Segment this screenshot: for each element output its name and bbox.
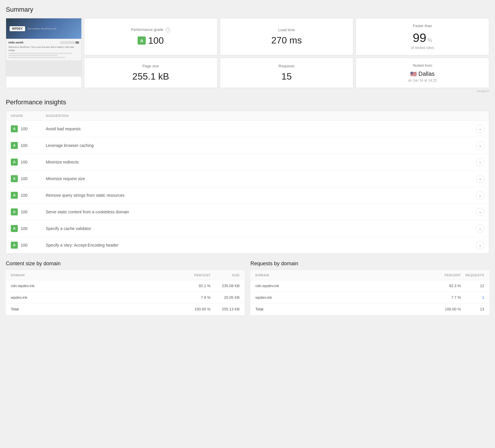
summary-grid: WPDEV Just another WordPress site Hello …	[6, 18, 489, 88]
tested-from-city: Dallas	[418, 71, 435, 77]
requests-row: Total 100.00 % 13	[251, 303, 489, 315]
insights-rows: A 100 Avoid bad requests ⌄ A 100 Leverag…	[6, 121, 489, 253]
expand-button[interactable]: ⌄	[476, 125, 484, 133]
expand-button[interactable]: ⌄	[476, 191, 484, 199]
faster-than-card: Faster than 99 % of tested sites	[356, 18, 489, 55]
requests-row: wpdev.ink 7.7 % 1	[251, 292, 489, 303]
content-domain-cell: wpdev.ink	[11, 295, 181, 300]
req-requests-cell: 12	[461, 284, 484, 288]
page-size-card: Page size 255.1 kB	[84, 58, 217, 88]
suggestion-column-header: SUGGESTION	[46, 114, 473, 117]
insight-score: 100	[21, 127, 27, 131]
expand-button[interactable]: ⌄	[476, 208, 484, 216]
content-percent-cell: 7.9 %	[181, 295, 210, 300]
req-requests-cell: 13	[461, 307, 484, 311]
insight-score: 100	[21, 226, 27, 231]
insights-title: Performance insights	[6, 99, 489, 106]
req-percent-cell: 100.00 %	[432, 307, 461, 311]
insight-suggestion: Minimize redirects	[46, 160, 473, 164]
insight-suggestion: Serve static content from a cookieless d…	[46, 210, 473, 214]
content-size-row: cdn.wpdev.ink 92.1 % 235.08 KB	[6, 280, 244, 292]
content-domain-cell: Total	[11, 307, 181, 311]
insight-grade-badge: A	[11, 225, 18, 232]
content-domain-cell: cdn.wpdev.ink	[11, 284, 181, 288]
content-size-table: DOMAIN PERCENT SIZE cdn.wpdev.ink 92.1 %…	[6, 270, 245, 315]
insight-row: A 100 Remove query strings from static r…	[6, 187, 489, 204]
faster-than-sub: of tested sites	[411, 45, 434, 50]
content-size-cell: 20.05 KB	[210, 295, 240, 300]
insight-row: A 100 Avoid bad requests ⌄	[6, 121, 489, 137]
insight-grade-col: A 100	[11, 159, 46, 166]
help-icon[interactable]: ?	[166, 28, 170, 32]
content-size-title: Content size by domain	[6, 261, 245, 267]
insight-score: 100	[21, 243, 27, 247]
req-domain-cell: wpdev.ink	[255, 295, 432, 300]
req-percent-header: PERCENT	[432, 273, 461, 277]
req-domain-cell: cdn.wpdev.ink	[255, 284, 432, 288]
requests-by-domain-table: DOMAIN PERCENT REQUESTS cdn.wpdev.ink 92…	[250, 270, 489, 315]
insight-row: A 100 Leverage browser caching ⌄	[6, 137, 489, 154]
insight-suggestion: Minimize request size	[46, 176, 473, 181]
insight-score: 100	[21, 176, 27, 181]
performance-grade-value: A 100	[138, 35, 164, 46]
insight-grade-badge: A	[11, 242, 18, 249]
req-requests-cell[interactable]: 1	[461, 295, 484, 300]
insight-row: A 100 Specify a cache validator ⌄	[6, 220, 489, 237]
insight-grade-badge: A	[11, 208, 18, 215]
content-size-cell: 235.08 KB	[210, 284, 240, 288]
performance-insights-section: Performance insights GRADE SUGGESTION A …	[6, 99, 489, 254]
faster-than-label: Faster than	[413, 24, 432, 28]
requests-label: Requests	[279, 64, 295, 68]
requests-by-domain-title: Requests by domain	[250, 261, 489, 267]
pingdom-credit: pingdom	[6, 89, 489, 93]
content-percent-header: PERCENT	[181, 273, 210, 277]
content-domain-header: DOMAIN	[11, 273, 181, 277]
insight-grade-col: A 100	[11, 192, 46, 199]
load-time-card: Load time 270 ms	[220, 18, 353, 55]
insight-score: 100	[21, 160, 27, 164]
insight-row: A 100 Specify a Vary: Accept-Encoding he…	[6, 237, 489, 253]
performance-score: 100	[148, 35, 164, 46]
insight-score: 100	[21, 193, 27, 198]
expand-button[interactable]: ⌄	[476, 224, 484, 233]
load-time-value: 270 ms	[271, 35, 302, 46]
expand-button[interactable]: ⌄	[476, 158, 484, 166]
insight-suggestion: Leverage browser caching	[46, 143, 473, 148]
insight-grade-badge: A	[11, 175, 18, 182]
insight-row: A 100 Minimize redirects ⌄	[6, 154, 489, 171]
insight-grade-badge: A	[11, 159, 18, 166]
grade-column-header: GRADE	[11, 114, 46, 117]
insight-row: A 100 Serve static content from a cookie…	[6, 204, 489, 220]
summary-title: Summary	[6, 6, 489, 13]
expand-button[interactable]: ⌄	[476, 141, 484, 150]
req-domain-cell: Total	[255, 307, 432, 311]
requests-row: cdn.wpdev.ink 92.3 % 12	[251, 280, 489, 292]
insight-row: A 100 Minimize request size ⌄	[6, 171, 489, 187]
insight-grade-col: A 100	[11, 142, 46, 149]
page-size-label: Page size	[142, 64, 159, 68]
screenshot-card: WPDEV Just another WordPress site Hello …	[6, 18, 82, 88]
performance-grade-label: Performance grade ?	[131, 27, 171, 32]
content-size-header: SIZE	[210, 273, 240, 277]
insights-table: GRADE SUGGESTION A 100 Avoid bad request…	[6, 111, 489, 254]
insight-grade-col: A 100	[11, 242, 46, 249]
insight-suggestion: Avoid bad requests	[46, 127, 473, 131]
faster-than-unit: %	[427, 37, 432, 43]
tested-from-location: 🇺🇸 Dallas	[410, 71, 435, 77]
tested-from-date: on Jun 14 at 14:22	[408, 78, 437, 82]
insight-grade-badge: A	[11, 125, 18, 132]
insight-suggestion: Remove query strings from static resourc…	[46, 193, 473, 198]
page-size-value: 255.1 kB	[132, 71, 169, 82]
expand-button[interactable]: ⌄	[476, 175, 484, 183]
req-domain-header: DOMAIN	[255, 273, 432, 277]
tested-from-label: Tested from	[412, 63, 432, 68]
expand-button[interactable]: ⌄	[476, 241, 484, 249]
content-size-row: wpdev.ink 7.9 % 20.05 KB	[6, 292, 244, 303]
req-percent-cell: 7.7 %	[432, 295, 461, 300]
content-size-row: Total 100.00 % 255.13 KB	[6, 303, 244, 315]
insight-grade-badge: A	[11, 192, 18, 199]
faster-than-value: 99	[413, 31, 426, 45]
insight-score: 100	[21, 210, 27, 214]
us-flag-icon: 🇺🇸	[410, 71, 417, 77]
insight-grade-col: A 100	[11, 225, 46, 232]
